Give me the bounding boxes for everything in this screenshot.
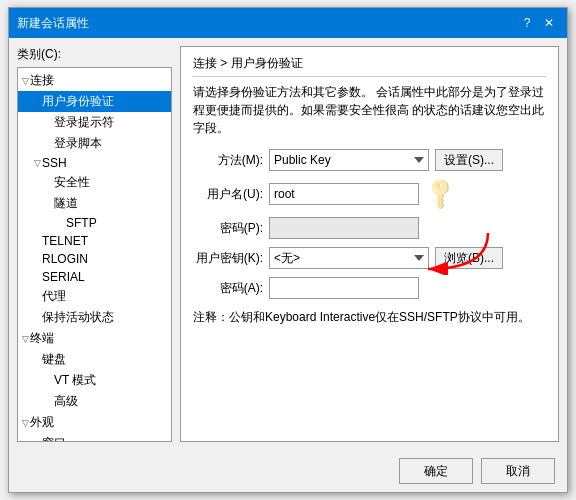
breadcrumb: 连接 > 用户身份验证 — [193, 55, 546, 77]
description: 请选择身份验证方法和其它参数。 会话属性中此部分是为了登录过程更便捷而提供的。如… — [193, 83, 546, 137]
tree-item-rlogin[interactable]: RLOGIN — [18, 250, 171, 268]
note-text: 注释：公钥和Keyboard Interactive仅在SSH/SFTP协议中可… — [193, 309, 546, 326]
tree-item-auth[interactable]: 用户身份验证 — [18, 91, 171, 112]
method-row: 方法(M): Public KeyPasswordKeyboard Intera… — [193, 149, 546, 171]
tree-label: SERIAL — [42, 270, 85, 284]
tree-item-serial[interactable]: SERIAL — [18, 268, 171, 286]
tree-item-tunnel[interactable]: 隧道 — [18, 193, 171, 214]
tree-item-window[interactable]: 窗口 — [18, 433, 171, 442]
tree-item-login_script[interactable]: 登录脚本 — [18, 133, 171, 154]
username-label: 用户名(U): — [193, 186, 263, 203]
left-panel: 类别(C): ▽连接用户身份验证登录提示符登录脚本▽SSH安全性隧道SFTPTE… — [17, 46, 172, 442]
key-icon: 🔑 — [421, 175, 458, 212]
method-select[interactable]: Public KeyPasswordKeyboard InteractiveGS… — [269, 149, 429, 171]
red-arrow — [408, 231, 498, 275]
username-row: 用户名(U): 🔑 — [193, 179, 546, 209]
dialog-footer: 确定 取消 — [9, 450, 567, 492]
tree-item-login_prompt[interactable]: 登录提示符 — [18, 112, 171, 133]
tree-label: 高级 — [54, 393, 78, 410]
tree-label: VT 模式 — [54, 372, 96, 389]
tree-label: 保持活动状态 — [42, 309, 114, 326]
close-button[interactable]: ✕ — [539, 13, 559, 33]
tree-label: TELNET — [42, 234, 88, 248]
tree-item-terminal[interactable]: ▽终端 — [18, 328, 171, 349]
expand-icon: ▽ — [32, 158, 42, 168]
right-panel: 连接 > 用户身份验证 请选择身份验证方法和其它参数。 会话属性中此部分是为了登… — [180, 46, 559, 442]
tree-label: 终端 — [30, 330, 54, 347]
ok-button[interactable]: 确定 — [399, 458, 473, 484]
tree-label: 安全性 — [54, 174, 90, 191]
tree-item-connect[interactable]: ▽连接 — [18, 70, 171, 91]
userkey-label: 用户密钥(K): — [193, 250, 263, 267]
passphrase-input[interactable] — [269, 277, 419, 299]
title-bar: 新建会话属性 ? ✕ — [9, 8, 567, 38]
tree-label: RLOGIN — [42, 252, 88, 266]
tree-item-appearance[interactable]: ▽外观 — [18, 412, 171, 433]
password-label: 密码(P): — [193, 220, 263, 237]
help-button[interactable]: ? — [517, 13, 537, 33]
dialog-body: 类别(C): ▽连接用户身份验证登录提示符登录脚本▽SSH安全性隧道SFTPTE… — [9, 38, 567, 450]
tree-label: 键盘 — [42, 351, 66, 368]
dialog-window: 新建会话属性 ? ✕ 类别(C): ▽连接用户身份验证登录提示符登录脚本▽SSH… — [8, 7, 568, 493]
form-area: 方法(M): Public KeyPasswordKeyboard Intera… — [193, 149, 546, 433]
dialog-title: 新建会话属性 — [17, 15, 89, 32]
expand-icon: ▽ — [20, 418, 30, 428]
tree-container[interactable]: ▽连接用户身份验证登录提示符登录脚本▽SSH安全性隧道SFTPTELNETRLO… — [17, 67, 172, 442]
cancel-button[interactable]: 取消 — [481, 458, 555, 484]
tree-label: 登录脚本 — [54, 135, 102, 152]
tree-item-keepalive[interactable]: 保持活动状态 — [18, 307, 171, 328]
settings-button[interactable]: 设置(S)... — [435, 149, 503, 171]
tree-label: SFTP — [66, 216, 97, 230]
passphrase-label: 密码(A): — [193, 280, 263, 297]
expand-icon: ▽ — [20, 76, 30, 86]
tree-label: 窗口 — [42, 435, 66, 442]
tree-item-keyboard[interactable]: 键盘 — [18, 349, 171, 370]
tree-item-advanced[interactable]: 高级 — [18, 391, 171, 412]
userkey-select[interactable]: <无> — [269, 247, 429, 269]
tree-item-security[interactable]: 安全性 — [18, 172, 171, 193]
key-icon-area: 🔑 — [425, 179, 455, 209]
method-label: 方法(M): — [193, 152, 263, 169]
tree-label: 代理 — [42, 288, 66, 305]
tree-item-sftp[interactable]: SFTP — [18, 214, 171, 232]
password-input[interactable] — [269, 217, 419, 239]
title-controls: ? ✕ — [517, 13, 559, 33]
tree-item-ssh[interactable]: ▽SSH — [18, 154, 171, 172]
tree-label: 连接 — [30, 72, 54, 89]
username-input[interactable] — [269, 183, 419, 205]
tree-item-proxy[interactable]: 代理 — [18, 286, 171, 307]
method-input-group: Public KeyPasswordKeyboard InteractiveGS… — [269, 149, 503, 171]
tree-label: 登录提示符 — [54, 114, 114, 131]
tree-label: 外观 — [30, 414, 54, 431]
category-label: 类别(C): — [17, 46, 172, 63]
expand-icon: ▽ — [20, 334, 30, 344]
tree-label: SSH — [42, 156, 67, 170]
tree-item-telnet[interactable]: TELNET — [18, 232, 171, 250]
tree-label: 用户身份验证 — [42, 93, 114, 110]
passphrase-row: 密码(A): — [193, 277, 546, 299]
tree-label: 隧道 — [54, 195, 78, 212]
tree-item-vt_modes[interactable]: VT 模式 — [18, 370, 171, 391]
